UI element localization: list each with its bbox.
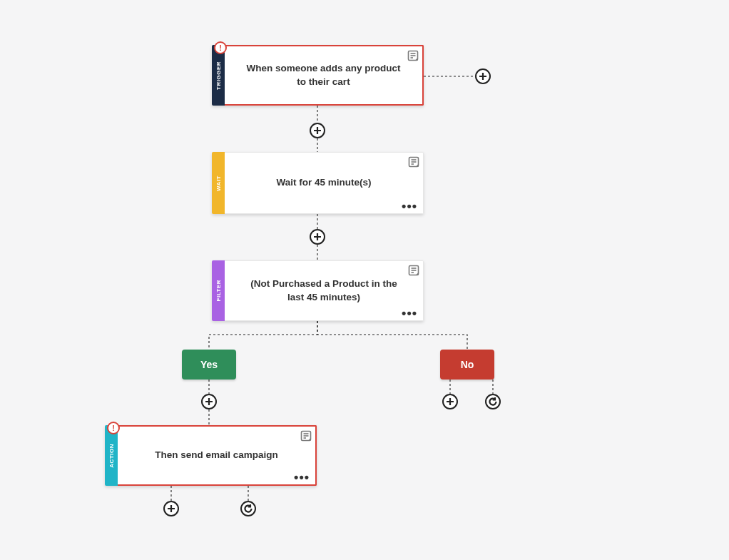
node-text: Then send email campaign (155, 449, 278, 462)
more-icon[interactable]: ••• (294, 474, 310, 481)
node-body: Then send email campaign ••• (118, 425, 317, 486)
note-icon[interactable] (300, 430, 312, 442)
node-tab-filter: FILTER (212, 260, 225, 321)
add-step-button[interactable] (310, 229, 325, 245)
node-body: When someone adds any product to their c… (225, 45, 424, 106)
branch-label: Yes (200, 359, 218, 370)
node-tab-label: FILTER (215, 280, 222, 301)
node-action[interactable]: ACTION Then send email campaign ••• (105, 425, 317, 486)
node-wait[interactable]: WAIT Wait for 45 minute(s) ••• (212, 152, 424, 214)
node-body: Wait for 45 minute(s) ••• (225, 152, 424, 214)
note-icon[interactable] (408, 156, 419, 168)
workflow-canvas: ! TRIGGER When someone adds any product … (0, 0, 729, 560)
more-icon[interactable]: ••• (402, 203, 417, 210)
restart-button[interactable] (485, 394, 501, 409)
add-step-button[interactable] (201, 394, 217, 409)
node-filter[interactable]: FILTER (Not Purchased a Product in the l… (212, 260, 424, 321)
node-trigger[interactable]: TRIGGER When someone adds any product to… (212, 45, 424, 106)
branch-yes[interactable]: Yes (182, 350, 236, 380)
node-text: Wait for 45 minute(s) (276, 176, 371, 189)
node-text: When someone adds any product to their c… (245, 62, 402, 88)
node-tab-wait: WAIT (212, 152, 225, 214)
add-step-button[interactable] (442, 394, 458, 409)
node-tab-label: WAIT (215, 175, 222, 191)
add-branch-button[interactable] (475, 68, 491, 84)
note-icon[interactable] (407, 50, 419, 61)
add-step-button[interactable] (163, 501, 179, 516)
branch-no[interactable]: No (440, 350, 494, 380)
add-step-button[interactable] (310, 123, 325, 138)
restart-button[interactable] (240, 501, 256, 516)
more-icon[interactable]: ••• (402, 310, 417, 317)
node-text: (Not Purchased a Product in the last 45 … (245, 278, 403, 303)
note-icon[interactable] (408, 265, 419, 276)
node-body: (Not Purchased a Product in the last 45 … (225, 260, 424, 321)
warning-badge: ! (214, 41, 227, 54)
node-tab-label: ACTION (108, 444, 115, 468)
branch-label: No (461, 359, 474, 370)
node-tab-label: TRIGGER (215, 61, 222, 90)
warning-badge: ! (107, 422, 120, 434)
